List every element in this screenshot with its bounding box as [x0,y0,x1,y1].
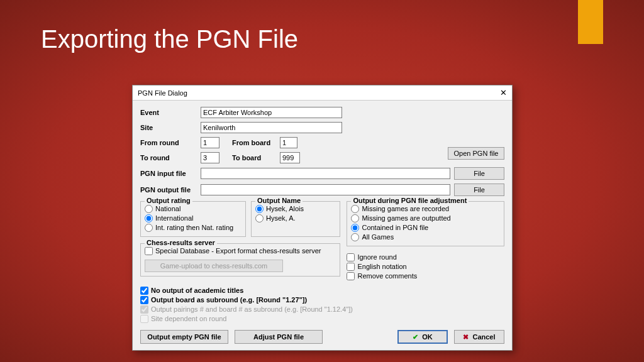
site-field[interactable] [201,122,342,133]
site-label: Site [140,124,197,131]
check-site-dependent: Site dependent on round [140,314,504,324]
to-board-label: To board [232,154,276,162]
check-pairings-subround: Output pairings # and board # as subroun… [140,305,504,314]
x-icon [463,333,469,341]
from-board-label: From board [232,139,276,146]
radio-contained[interactable]: Contained in PGN file [351,223,500,233]
slide-title: Exporting the PGN File [41,25,298,53]
output-rating-group: Output rating National International Int… [140,201,246,237]
ok-button[interactable]: OK [397,330,448,344]
output-name-legend: Output Name [255,197,303,204]
radio-name-short[interactable]: Hysek, A. [255,214,336,223]
chess-results-legend: Chess-results server [145,239,217,246]
pgn-file-dialog: PGN File Dialog ✕ Event Site From round … [132,85,513,351]
check-icon [413,333,418,341]
radio-missing-recorded[interactable]: Missing games are recorded [351,204,500,214]
game-upload-button: Game-upload to chess-results.com [145,260,283,272]
chess-results-group: Chess-results server Special Database - … [140,243,340,277]
radio-name-full[interactable]: Hysek, Alois [255,204,336,214]
adjust-pgn-button[interactable]: Adjust PGN file [235,330,323,344]
to-round-label: To round [140,154,197,162]
cancel-button[interactable]: Cancel [454,330,504,344]
radio-national[interactable]: National [145,204,242,214]
check-special-db[interactable]: Special Database - Export format chess-r… [145,246,336,256]
accent-bar [578,0,603,44]
pgn-input-label: PGN input file [140,170,197,177]
radio-int-then-nat[interactable]: Int. rating then Nat. rating [145,223,242,233]
check-ignore-round[interactable]: Ignore round [347,253,504,262]
dialog-title: PGN File Dialog [138,89,187,97]
open-pgn-button[interactable]: Open PGN file [448,147,504,160]
event-field[interactable] [201,107,342,118]
output-adj-legend: Output during PGN file adjustment [351,197,469,204]
check-subround[interactable]: Output board as subround (e.g. [Round "1… [140,295,504,305]
from-board-field[interactable] [280,137,297,148]
pgn-input-file-button[interactable]: File [454,167,504,180]
check-no-academic[interactable]: No output of academic titles [140,286,504,295]
to-round-field[interactable] [201,152,219,163]
check-english-notation[interactable]: English notation [347,262,504,272]
output-name-group: Output Name Hysek, Alois Hysek, A. [251,201,340,237]
pgn-output-label: PGN output file [140,186,197,194]
event-label: Event [140,109,197,116]
radio-missing-outputted[interactable]: Missing games are outputted [351,214,500,223]
pgn-input-field[interactable] [201,168,450,179]
to-board-field[interactable] [280,152,300,163]
pgn-output-field[interactable] [201,184,450,195]
check-remove-comments[interactable]: Remove comments [347,272,504,281]
dialog-titlebar: PGN File Dialog ✕ [133,85,512,101]
radio-all-games[interactable]: All Games [351,233,500,242]
output-rating-legend: Output rating [145,197,192,204]
output-empty-button[interactable]: Output empty PGN file [140,330,228,344]
output-adjustment-group: Output during PGN file adjustment Missin… [347,201,504,246]
close-icon[interactable]: ✕ [500,88,507,97]
pgn-output-file-button[interactable]: File [454,184,504,196]
from-round-field[interactable] [201,137,219,148]
radio-international[interactable]: International [145,214,242,223]
from-round-label: From round [140,139,197,146]
